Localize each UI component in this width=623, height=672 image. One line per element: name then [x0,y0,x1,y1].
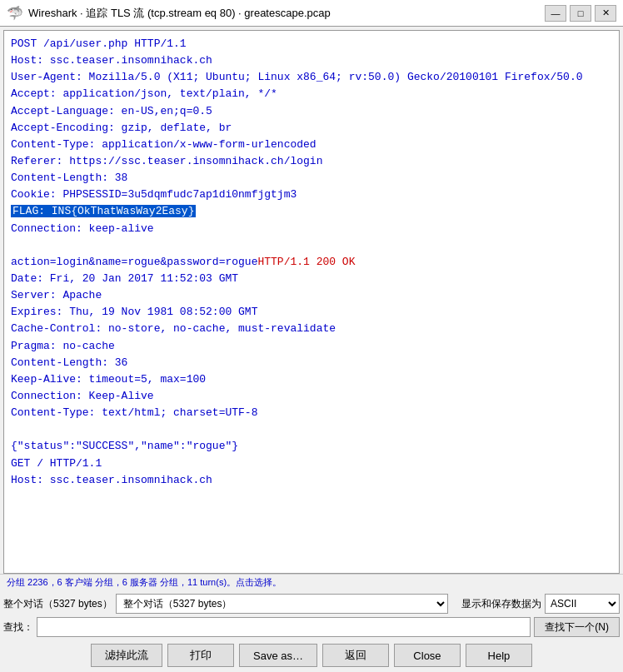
stream-line: Accept-Language: en-US,en;q=0.5 [11,103,612,120]
window-title: Wireshark · 追踪 TLS 流 (tcp.stream eq 80) … [28,6,331,21]
search-input[interactable] [37,617,531,637]
close-window-button[interactable]: ✕ [595,5,616,22]
stream-line: Expires: Thu, 19 Nov 1981 08:52:00 GMT [11,304,612,321]
stream-line: action=login&name=rogue&password=rogueHT… [11,254,612,271]
status-bar: 分组 2236，6 客户端 分组，6 服务器 分组，11 turn(s)。点击选… [0,574,623,590]
button-row: 滤掉此流打印Save as…返回CloseHelp [0,640,623,672]
stream-line: {"status":"SUCCESS","name":"rogue"} [11,438,612,455]
search-row: 查找： 查找下一个(N) [0,615,623,640]
stream-text[interactable]: POST /api/user.php HTTP/1.1Host: ssc.tea… [4,31,619,573]
back-btn[interactable]: 返回 [322,644,389,667]
stream-line: Connection: Keep-Alive [11,388,612,405]
stream-line: Content-Length: 38 [11,170,612,187]
close-btn[interactable]: Close [394,644,461,667]
stream-content-area: POST /api/user.php HTTP/1.1Host: ssc.tea… [3,30,620,574]
stream-line: POST /api/user.php HTTP/1.1 [11,36,612,52]
search-label: 查找： [3,620,33,635]
maximize-button[interactable]: □ [570,5,591,22]
display-format-select[interactable]: ASCII Hex C Arrays Raw [545,594,620,614]
stream-line: Content-Type: text/html; charset=UTF-8 [11,405,612,421]
conversation-select[interactable]: 整个对话（5327 bytes） [116,594,448,614]
find-next-button[interactable]: 查找下一个(N) [534,617,620,637]
help-btn[interactable]: Help [466,644,532,667]
minimize-button[interactable]: — [545,5,566,22]
stream-line: Referer: https://ssc.teaser.insomnihack.… [11,153,612,170]
stream-line: Accept-Encoding: gzip, deflate, br [11,120,612,137]
controls-row: 整个对话（5327 bytes） 整个对话（5327 bytes） 显示和保存数… [0,590,623,615]
window-controls: — □ ✕ [545,5,616,22]
stream-line: Cookie: PHPSESSID=3u5dqmfudc7ap1di0nmfjg… [11,187,612,203]
stream-line: Server: Apache [11,287,612,304]
filter-btn[interactable]: 滤掉此流 [91,644,162,667]
stream-line: FLAG: INS{OkThatWasWay2Easy} [11,203,612,220]
stream-line: Pragma: no-cache [11,338,612,355]
print-btn[interactable]: 打印 [167,644,234,667]
app-icon: 🦈 [7,5,23,22]
stream-line: GET / HTTP/1.1 [11,455,612,472]
dialog-label: 整个对话（5327 bytes） [3,597,112,611]
save-as-btn[interactable]: Save as… [239,644,317,667]
stream-line: Content-Length: 36 [11,355,612,371]
main-window: POST /api/user.php HTTP/1.1Host: ssc.tea… [0,27,623,672]
title-bar: 🦈 Wireshark · 追踪 TLS 流 (tcp.stream eq 80… [0,0,623,27]
stream-line: Host: ssc.teaser.insomnihack.ch [11,472,612,489]
stream-line: Keep-Alive: timeout=5, max=100 [11,371,612,388]
flag-highlight: FLAG: INS{OkThatWasWay2Easy} [11,205,196,217]
stream-line: Connection: keep-alive [11,221,612,237]
stream-line: Date: Fri, 20 Jan 2017 11:52:03 GMT [11,271,612,287]
stream-line: Accept: application/json, text/plain, */… [11,86,612,102]
display-label: 显示和保存数据为 [461,597,541,611]
stream-line: User-Agent: Mozilla/5.0 (X11; Ubuntu; Li… [11,69,612,86]
stream-line: Cache-Control: no-store, no-cache, must-… [11,321,612,337]
stream-line: Host: ssc.teaser.insomnihack.ch [11,52,612,69]
stream-line [11,237,612,254]
stream-line [11,421,612,438]
stream-line: Content-Type: application/x-www-form-url… [11,137,612,153]
